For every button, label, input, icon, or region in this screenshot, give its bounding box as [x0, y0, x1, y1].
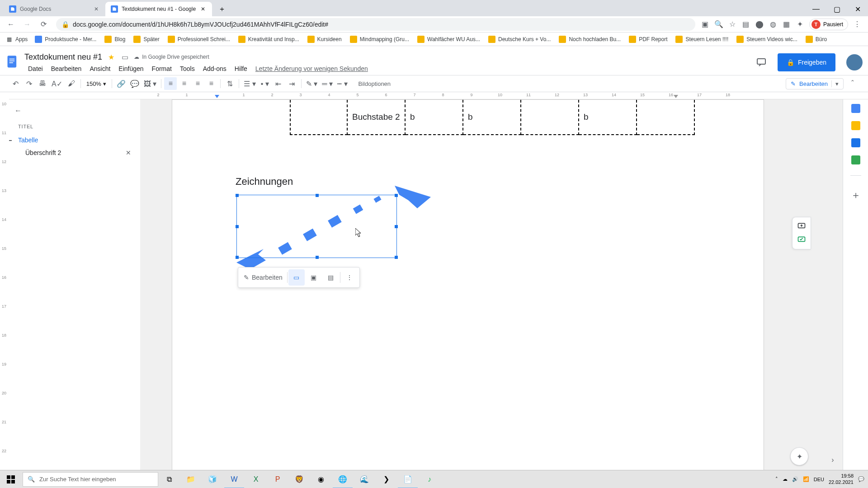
powerpoint-icon[interactable]: P: [267, 470, 288, 488]
paint-format-button[interactable]: 🖌: [65, 77, 78, 90]
powershell-icon[interactable]: ❯: [375, 470, 397, 488]
border-color-button[interactable]: ✎ ▾: [304, 77, 319, 90]
spellcheck-button[interactable]: A✓: [50, 77, 64, 90]
more-options-button[interactable]: ⋮: [341, 269, 358, 286]
wrap-break-button[interactable]: ▤: [323, 269, 339, 286]
docs-logo[interactable]: [4, 53, 22, 71]
start-button[interactable]: [0, 470, 22, 488]
cart-icon[interactable]: ⬤: [755, 20, 764, 29]
resize-handle[interactable]: [236, 225, 239, 228]
numbered-list-button[interactable]: ☰ ▾: [242, 77, 257, 90]
table-header-cell[interactable]: Buchstabe 2: [348, 100, 406, 135]
extensions-icon[interactable]: ✦: [796, 20, 805, 29]
ruler-horizontal[interactable]: 21123456789101112131415161718: [9, 92, 868, 99]
ruler-vertical[interactable]: 10111213141516171819202122: [0, 99, 9, 470]
language-indicator[interactable]: DEU: [814, 477, 824, 482]
excel-icon[interactable]: X: [245, 470, 267, 488]
undo-button[interactable]: ↶: [9, 77, 22, 90]
table-cell[interactable]: [290, 100, 348, 135]
bookmark-item[interactable]: Professionell Schrei...: [164, 34, 234, 45]
bookmark-item[interactable]: Blog: [101, 34, 129, 45]
star-icon[interactable]: ☆: [728, 20, 737, 29]
tab-google-docs[interactable]: Google Docs ✕: [4, 2, 105, 16]
bookmark-item[interactable]: Steuern Videos wic...: [733, 34, 801, 45]
menu-einfuegen[interactable]: Einfügen: [115, 64, 147, 73]
volume-icon[interactable]: 🔊: [792, 476, 798, 482]
qr-icon[interactable]: ▦: [782, 20, 791, 29]
remove-outline-item-icon[interactable]: ✕: [126, 149, 131, 156]
bookmark-item[interactable]: Produktsuche - Mer...: [31, 34, 100, 45]
chrome-icon[interactable]: 🌐: [332, 470, 354, 488]
obs-icon[interactable]: ◉: [310, 470, 332, 488]
resize-handle[interactable]: [395, 194, 398, 197]
close-icon[interactable]: ✕: [199, 5, 207, 13]
collapse-toolbar-button[interactable]: ˆ: [846, 77, 859, 90]
profile-chip[interactable]: T Pausiert: [809, 19, 848, 30]
bookmark-item[interactable]: Später: [130, 34, 163, 45]
comment-button[interactable]: 💬: [128, 77, 141, 90]
print-button[interactable]: 🖶: [36, 77, 49, 90]
bookmark-item[interactable]: Wahlfächer WU Aus...: [414, 34, 484, 45]
tasks-icon[interactable]: [851, 138, 860, 147]
table-cell[interactable]: [637, 100, 695, 135]
wrap-inline-button[interactable]: ▭: [288, 269, 305, 286]
menu-hilfe[interactable]: Hilfe: [231, 64, 251, 73]
globe-icon[interactable]: ◍: [769, 20, 778, 29]
contacts-icon[interactable]: [851, 155, 860, 164]
indent-button[interactable]: ⇥: [286, 77, 298, 90]
reader-icon[interactable]: ▤: [741, 20, 750, 29]
close-icon[interactable]: ✕: [93, 5, 100, 13]
clock[interactable]: 19:58 22.02.2021: [829, 473, 854, 485]
redo-button[interactable]: ↷: [23, 77, 35, 90]
add-comment-icon[interactable]: [796, 221, 807, 232]
bookmark-item[interactable]: Kreativität und Insp...: [235, 34, 303, 45]
notepad-icon[interactable]: 📄: [397, 470, 419, 488]
bulleted-list-button[interactable]: • ▾: [259, 77, 271, 90]
windows-search-input[interactable]: 🔍 Zur Suche Text hier eingeben: [23, 472, 158, 487]
image-button[interactable]: 🖼 ▾: [142, 77, 158, 90]
border-weight-button[interactable]: ═ ▾: [320, 77, 335, 90]
table-cell[interactable]: [521, 100, 579, 135]
zoom-dropdown[interactable]: 150% ▾: [84, 80, 109, 87]
resize-handle[interactable]: [236, 256, 239, 259]
align-right-button[interactable]: ≡: [191, 77, 204, 90]
table-row[interactable]: Buchstabe 2 b b b: [290, 100, 695, 135]
table-cell[interactable]: b: [406, 100, 463, 135]
resize-handle[interactable]: [316, 194, 319, 197]
reload-button[interactable]: ⟳: [36, 17, 51, 32]
bookmark-item[interactable]: Büro: [802, 34, 830, 45]
table-cell[interactable]: b: [463, 100, 521, 135]
wrap-around-button[interactable]: ▣: [306, 269, 322, 286]
spotify-icon[interactable]: ♪: [419, 470, 440, 488]
bookmark-item[interactable]: Kursideen: [304, 34, 345, 45]
bookmark-item[interactable]: Mindmapping (Gru...: [346, 34, 413, 45]
tab-textdokument[interactable]: Textdokument neu #1 - Google ✕: [105, 2, 212, 16]
store-icon[interactable]: 🧊: [202, 470, 223, 488]
menu-ansicht[interactable]: Ansicht: [86, 64, 114, 73]
minimize-button[interactable]: ―: [806, 2, 826, 16]
url-field[interactable]: 🔒 docs.google.com/document/d/1hUH8k6h7Lb…: [56, 18, 695, 31]
task-view-icon[interactable]: ⧉: [158, 470, 180, 488]
edge-icon[interactable]: 🌊: [354, 470, 375, 488]
resize-handle[interactable]: [316, 256, 319, 259]
outline-item-ueberschrift2[interactable]: Überschrift 2 ✕: [14, 146, 135, 159]
edit-drawing-button[interactable]: ✎ Bearbeiten: [240, 269, 286, 286]
outline-back-button[interactable]: ←: [14, 107, 25, 117]
camera-icon[interactable]: ▣: [701, 20, 710, 29]
menu-format[interactable]: Format: [148, 64, 175, 73]
comments-button[interactable]: [752, 53, 770, 71]
suggest-edit-icon[interactable]: [796, 235, 807, 245]
new-tab-button[interactable]: ＋: [216, 3, 228, 15]
edit-history-link[interactable]: Letzte Änderung vor wenigen Sekunden: [255, 65, 368, 72]
bookmark-item[interactable]: Deutsche Kurs + Vo...: [485, 34, 554, 45]
calendar-icon[interactable]: [851, 104, 860, 113]
close-window-button[interactable]: ✕: [847, 2, 868, 16]
align-left-button[interactable]: ≡: [164, 77, 177, 90]
word-icon[interactable]: W: [223, 470, 245, 488]
align-center-button[interactable]: ≡: [178, 77, 190, 90]
line-spacing-button[interactable]: ⇅: [223, 77, 236, 90]
menu-datei[interactable]: Datei: [24, 64, 47, 73]
align-justify-button[interactable]: ≡: [205, 77, 217, 90]
apps-label[interactable]: Apps: [15, 36, 28, 42]
bookmark-item[interactable]: PDF Report: [625, 34, 671, 45]
